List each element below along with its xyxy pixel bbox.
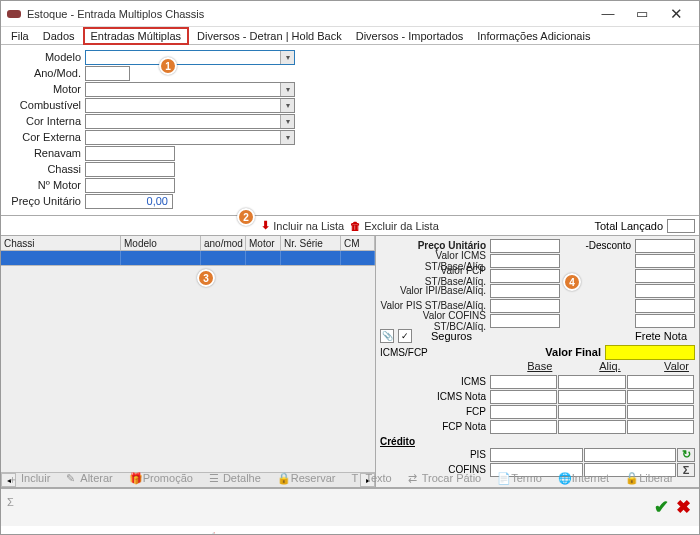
r-fcpst-field[interactable] [490, 269, 560, 283]
edit-icon: ✎ [66, 472, 77, 483]
menu-entradas-multiplas[interactable]: Entradas Múltiplas [83, 27, 190, 45]
valorfinal-field [605, 345, 695, 360]
confirm-button[interactable]: ✔ [654, 496, 669, 518]
tax-icms-base[interactable] [490, 375, 557, 389]
modelo-combo[interactable]: ▾ [85, 50, 295, 65]
r-desconto-field[interactable] [635, 239, 695, 253]
frete-label: Frete Nota [544, 330, 691, 342]
unlock-icon: 🔓 [625, 472, 636, 483]
tax-fcpnota-valor[interactable] [627, 420, 694, 434]
grid-selected-row[interactable] [1, 251, 375, 266]
tb-internet[interactable]: 🌐Internet [558, 472, 609, 484]
menu-dados[interactable]: Dados [37, 29, 81, 43]
chassi-label: Chassi [5, 163, 85, 175]
cred-cofins-sigma-button[interactable]: Σ [677, 463, 695, 477]
incluir-na-lista-button[interactable]: ⬇ Incluir na Lista [261, 219, 344, 232]
r-icmsst-field2[interactable] [635, 254, 695, 268]
tb-importar[interactable]: ↓Importar [337, 532, 392, 536]
globe-icon: 🌐 [558, 472, 569, 483]
restore-button[interactable]: ▭ [625, 3, 659, 25]
items-grid: Chassi Modelo ano/mod Motor Nr. Série CM… [1, 236, 376, 487]
cred-pis-field1[interactable] [490, 448, 583, 462]
tb-texto[interactable]: TTexto [351, 472, 391, 484]
tb-liberar[interactable]: 🔓Liberar [625, 472, 673, 484]
tax-fcpnota-aliq[interactable] [558, 420, 625, 434]
tb-termo[interactable]: 📄Termo [497, 472, 542, 484]
menu-info-adicionais[interactable]: Informações Adicionais [471, 29, 596, 43]
col-anomod[interactable]: ano/mod [201, 236, 246, 250]
r-pisst-field2[interactable] [635, 299, 695, 313]
attach-icon[interactable]: 📎 [380, 329, 394, 343]
tax-fcpnota-base[interactable] [490, 420, 557, 434]
chevron-down-icon: ▾ [280, 99, 294, 112]
col-modelo[interactable]: Modelo [121, 236, 201, 250]
tb-promocao[interactable]: 🎁Promoção [129, 472, 193, 484]
tax-icmsnota-valor[interactable] [627, 390, 694, 404]
col-chassi[interactable]: Chassi [1, 236, 121, 250]
renavam-input[interactable] [85, 146, 175, 161]
icmsfcp-label: ICMS/FCP [380, 347, 440, 358]
r-cofinsst-field2[interactable] [635, 314, 695, 328]
r-ipi-field2[interactable] [635, 284, 695, 298]
r-fcpst-label: Valor FCP ST/Base/Alíq. [380, 265, 490, 287]
chevron-down-icon: ▾ [280, 131, 294, 144]
credito-section-label: Crédito [380, 436, 695, 447]
tb-excluir[interactable]: −Excluir [7, 532, 54, 536]
tax-fcp-base[interactable] [490, 405, 557, 419]
tb-trocarpatio[interactable]: ⇄Trocar Pátio [408, 472, 482, 484]
col-motor[interactable]: Motor [246, 236, 281, 250]
tax-icmsnota-label: ICMS Nota [380, 391, 490, 402]
cred-pis-field2[interactable] [584, 448, 677, 462]
tax-h-valor: Valor [627, 360, 695, 374]
motor-combo[interactable]: ▾ [85, 82, 295, 97]
tb-alterar[interactable]: ✎Alterar [66, 472, 112, 484]
r-icmsst-field[interactable] [490, 254, 560, 268]
corinterna-combo[interactable]: ▾ [85, 114, 295, 129]
sigma-icon: Σ [683, 464, 690, 476]
tb-normal[interactable]: ◎Normal [137, 532, 186, 536]
tb-frete[interactable]: 🚚Frete [524, 532, 564, 536]
gift-icon: 🎁 [129, 472, 140, 483]
tb-sigma[interactable]: Σ [7, 496, 14, 508]
close-button[interactable]: ✕ [659, 3, 693, 25]
anomod-input[interactable] [85, 66, 130, 81]
menu-diversos-importados[interactable]: Diversos - Importados [350, 29, 470, 43]
check-icon[interactable]: ✓ [398, 329, 412, 343]
excluir-da-lista-button[interactable]: 🗑 Excluir da Lista [350, 220, 439, 232]
tb-pagar[interactable]: $Pagar [465, 532, 508, 536]
tax-fcp-aliq[interactable] [558, 405, 625, 419]
tb-reservar[interactable]: 🔒Reservar [277, 472, 336, 484]
r-fcpst-field2[interactable] [635, 269, 695, 283]
step-badge-3: 3 [197, 269, 215, 287]
nmotor-input[interactable] [85, 178, 175, 193]
combustivel-combo[interactable]: ▾ [85, 98, 295, 113]
bottom-toolbar: ＋Incluir ✎Alterar 🎁Promoção ☰Detalhe 🔒Re… [1, 488, 699, 526]
menu-diversos-detran[interactable]: Diversos - Detran | Hold Back [191, 29, 348, 43]
tax-icmsnota-aliq[interactable] [558, 390, 625, 404]
r-precounit-field[interactable] [490, 239, 560, 253]
corexterna-combo[interactable]: ▾ [85, 130, 295, 145]
r-cofinsst-field[interactable] [490, 314, 560, 328]
minimize-button[interactable]: — [591, 3, 625, 25]
tb-detalhe[interactable]: ☰Detalhe [209, 472, 261, 484]
col-nrserie[interactable]: Nr. Série [281, 236, 341, 250]
r-ipi-field[interactable] [490, 284, 560, 298]
tb-incluir[interactable]: ＋Incluir [7, 472, 50, 484]
precounit-input[interactable]: 0,00 [85, 194, 173, 209]
tax-fcp-valor[interactable] [627, 405, 694, 419]
tb-markup[interactable]: ↗Markup [70, 532, 121, 536]
col-cm[interactable]: CM [341, 236, 375, 250]
cred-pis-recycle-button[interactable]: ↻ [677, 448, 695, 462]
tb-excel[interactable]: XExcel [408, 532, 449, 536]
tax-icms-aliq[interactable] [558, 375, 625, 389]
tax-h-aliq: Aliq. [558, 360, 626, 374]
menu-fila[interactable]: Fila [5, 29, 35, 43]
r-pisst-field[interactable] [490, 299, 560, 313]
tax-icmsnota-base[interactable] [490, 390, 557, 404]
cancel-button[interactable]: ✖ [676, 496, 691, 518]
tb-compra[interactable]: 🛒Compra [202, 532, 255, 536]
doc-icon: 📄 [497, 472, 508, 483]
tb-central[interactable]: ◉Central [271, 532, 320, 536]
chassi-input[interactable] [85, 162, 175, 177]
tax-icms-valor[interactable] [627, 375, 694, 389]
